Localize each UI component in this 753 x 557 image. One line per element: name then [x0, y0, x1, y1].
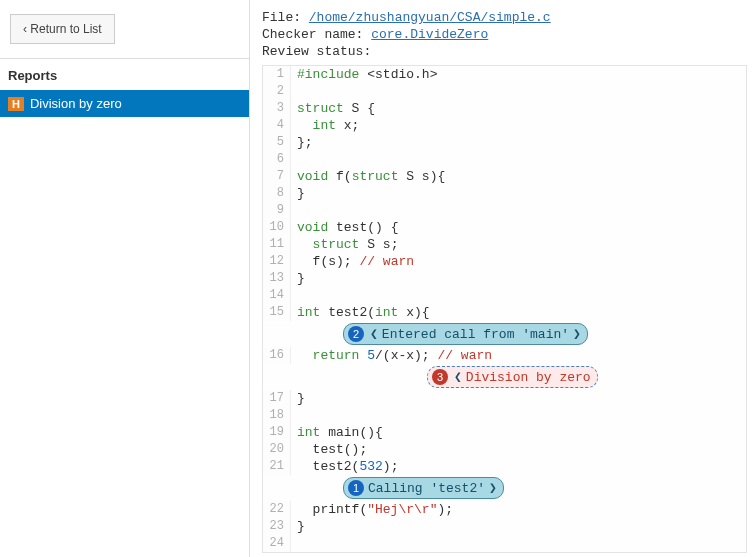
code-line: 2	[263, 83, 746, 100]
error-bubble[interactable]: 3❮ Division by zero	[427, 366, 598, 388]
chevron-left-icon[interactable]: ❮	[370, 326, 378, 342]
sidebar: ‹ Return to List Reports H Division by z…	[0, 0, 250, 557]
code-line: 23}	[263, 518, 746, 535]
line-number: 16	[263, 347, 291, 364]
code-line: 21 test2(532);	[263, 458, 746, 475]
line-number: 3	[263, 100, 291, 117]
source-text: }	[291, 518, 305, 535]
source-text: int main(){	[291, 424, 383, 441]
checker-label: Checker name:	[262, 27, 371, 42]
reports-header: Reports	[0, 58, 249, 90]
checker-name-link[interactable]: core.DivideZero	[371, 27, 488, 42]
source-text: }	[291, 390, 305, 407]
code-line: 6	[263, 151, 746, 168]
step-number-badge: 2	[348, 326, 364, 342]
line-number: 11	[263, 236, 291, 253]
code-line: 7void f(struct S s){	[263, 168, 746, 185]
line-number: 7	[263, 168, 291, 185]
diagnostic-message: Division by zero	[466, 370, 591, 385]
line-number: 15	[263, 304, 291, 321]
step-number-badge: 1	[348, 480, 364, 496]
file-label: File:	[262, 10, 309, 25]
line-number: 22	[263, 501, 291, 518]
code-line: 8}	[263, 185, 746, 202]
chevron-right-icon[interactable]: ❯	[489, 480, 497, 496]
code-line: 14	[263, 287, 746, 304]
code-line: 19int main(){	[263, 424, 746, 441]
source-text: int x;	[291, 117, 359, 134]
diagnostic-step: 2❮ Entered call from 'main' ❯	[263, 321, 746, 347]
line-number: 9	[263, 202, 291, 219]
source-text: printf("Hej\r\r");	[291, 501, 453, 518]
source-text: test();	[291, 441, 367, 458]
source-text: }	[291, 185, 305, 202]
line-number: 10	[263, 219, 291, 236]
code-line: 15int test2(int x){	[263, 304, 746, 321]
line-number: 17	[263, 390, 291, 407]
review-label: Review status:	[262, 44, 371, 59]
code-line: 17}	[263, 390, 746, 407]
source-text: void test() {	[291, 219, 398, 236]
line-number: 19	[263, 424, 291, 441]
source-text: struct S {	[291, 100, 375, 117]
code-line: 11 struct S s;	[263, 236, 746, 253]
line-number: 23	[263, 518, 291, 535]
file-path-link[interactable]: /home/zhushangyuan/CSA/simple.c	[309, 10, 551, 25]
source-text: };	[291, 134, 313, 151]
code-viewer: 1#include <stdio.h>23struct S {4 int x;5…	[262, 65, 747, 553]
source-text: struct S s;	[291, 236, 398, 253]
severity-badge: H	[8, 97, 24, 111]
source-text: void f(struct S s){	[291, 168, 445, 185]
report-label: Division by zero	[30, 96, 122, 111]
code-line: 10void test() {	[263, 219, 746, 236]
source-text: test2(532);	[291, 458, 398, 475]
code-line: 4 int x;	[263, 117, 746, 134]
checker-meta: Checker name: core.DivideZero	[262, 27, 747, 42]
diagnostic-message: Entered call from 'main'	[382, 327, 569, 342]
line-number: 14	[263, 287, 291, 304]
source-text: f(s); // warn	[291, 253, 414, 270]
source-text: return 5/(x-x); // warn	[291, 347, 492, 364]
code-line: 12 f(s); // warn	[263, 253, 746, 270]
code-line: 3struct S {	[263, 100, 746, 117]
line-number: 5	[263, 134, 291, 151]
code-line: 18	[263, 407, 746, 424]
line-number: 1	[263, 66, 291, 83]
source-text: }	[291, 270, 305, 287]
line-number: 18	[263, 407, 291, 424]
code-line: 13}	[263, 270, 746, 287]
line-number: 21	[263, 458, 291, 475]
return-to-list-button[interactable]: ‹ Return to List	[10, 14, 115, 44]
diagnostic-message: Calling 'test2'	[368, 481, 485, 496]
step-number-badge: 3	[432, 369, 448, 385]
line-number: 6	[263, 151, 291, 168]
chevron-right-icon[interactable]: ❯	[573, 326, 581, 342]
line-number: 2	[263, 83, 291, 100]
diagnostic-step: 3❮ Division by zero	[263, 364, 746, 390]
line-number: 13	[263, 270, 291, 287]
code-line: 22 printf("Hej\r\r");	[263, 501, 746, 518]
source-text: #include <stdio.h>	[291, 66, 437, 83]
code-line: 1#include <stdio.h>	[263, 66, 746, 83]
code-line: 9	[263, 202, 746, 219]
code-line: 20 test();	[263, 441, 746, 458]
line-number: 12	[263, 253, 291, 270]
line-number: 4	[263, 117, 291, 134]
line-number: 20	[263, 441, 291, 458]
file-meta: File: /home/zhushangyuan/CSA/simple.c	[262, 10, 747, 25]
diagnostic-step: 1 Calling 'test2' ❯	[263, 475, 746, 501]
report-item[interactable]: H Division by zero	[0, 90, 249, 117]
review-meta: Review status:	[262, 44, 747, 59]
path-step-bubble[interactable]: 2❮ Entered call from 'main' ❯	[343, 323, 588, 345]
chevron-left-icon[interactable]: ❮	[454, 369, 462, 385]
code-line: 16 return 5/(x-x); // warn	[263, 347, 746, 364]
line-number: 24	[263, 535, 291, 552]
path-step-bubble[interactable]: 1 Calling 'test2' ❯	[343, 477, 504, 499]
main-panel: File: /home/zhushangyuan/CSA/simple.c Ch…	[250, 0, 753, 557]
line-number: 8	[263, 185, 291, 202]
source-text: int test2(int x){	[291, 304, 430, 321]
code-line: 5};	[263, 134, 746, 151]
code-line: 24	[263, 535, 746, 552]
